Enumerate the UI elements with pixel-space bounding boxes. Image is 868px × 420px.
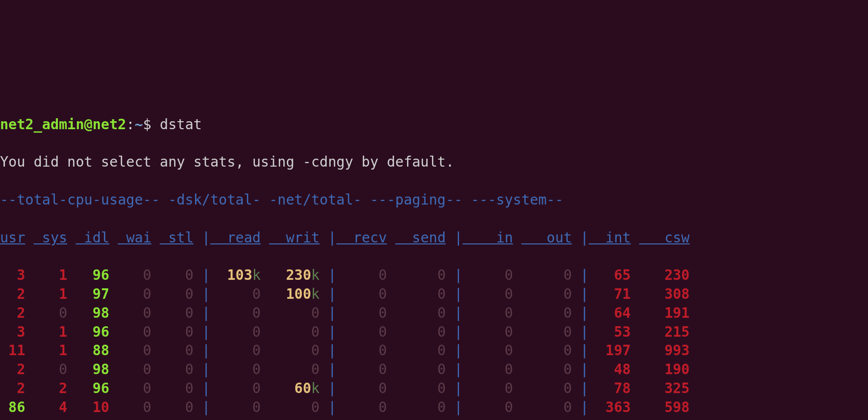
cell-sys: 0: [33, 361, 67, 378]
section-header: --total-cpu-usage-- -dsk/total- -net/tot…: [0, 191, 868, 210]
cell-int: 65: [589, 267, 631, 283]
cell-idl: 98: [76, 305, 109, 321]
separator: |: [580, 229, 589, 246]
cell-csw: 1336: [639, 418, 689, 420]
cell-csw: 191: [639, 305, 689, 321]
table-row: 2 0 98 0 0 | 0 0 | 0 0 | 0 0 | 64 191: [0, 304, 868, 323]
separator: |: [580, 380, 589, 397]
separator: |: [580, 324, 589, 340]
col-send: send: [395, 229, 445, 246]
separator: |: [202, 286, 211, 302]
cell-writ: 0: [269, 361, 320, 378]
cell-writ: 0: [269, 399, 320, 416]
cell-sys: 1: [33, 342, 67, 359]
cell-writ: 60: [269, 380, 311, 397]
column-header: usr sys idl wai stl | read writ | recv s…: [0, 228, 868, 247]
separator: |: [454, 229, 462, 246]
cell-sys: 0: [33, 305, 67, 321]
cell-recv: 0: [336, 305, 387, 321]
table-row: 86 14 0 0 0 | 0 76k | 0 0 | 0 0 | 429 13…: [0, 417, 868, 420]
cell-stl: 0: [160, 399, 193, 416]
cell-idl: 96: [76, 380, 109, 397]
separator: |: [202, 361, 211, 378]
separator: |: [202, 267, 211, 283]
cell-send: 0: [395, 286, 445, 302]
cell-send: 0: [395, 305, 445, 321]
cell-writ: 0: [269, 324, 320, 340]
cell-recv: 0: [336, 380, 387, 397]
cell-out: 0: [521, 342, 572, 359]
cell-in: 0: [462, 286, 513, 302]
cell-read: 103: [210, 267, 252, 283]
col-writ: writ: [269, 229, 320, 246]
cell-int: 78: [589, 380, 631, 397]
cell-usr: 11: [0, 342, 25, 359]
cell-wai: 0: [118, 305, 151, 321]
cell-wai: 0: [118, 361, 151, 378]
section-net: -net/total-: [269, 192, 361, 208]
cell-in: 0: [462, 418, 513, 420]
cell-writ: 0: [269, 305, 320, 321]
separator: |: [202, 399, 211, 416]
cell-recv: 0: [336, 361, 387, 378]
prompt-path: ~: [135, 116, 143, 133]
cell-sys: 14: [33, 418, 67, 420]
cell-in: 0: [462, 342, 513, 359]
separator: |: [202, 229, 211, 246]
table-row: 2 0 98 0 0 | 0 0 | 0 0 | 0 0 | 48 190: [0, 360, 868, 379]
cell-idl: 96: [76, 324, 109, 340]
cell-int: 71: [589, 286, 631, 302]
unit: k: [311, 380, 320, 397]
cell-recv: 0: [336, 324, 387, 340]
terminal[interactable]: net2_admin@net2:~$ dstat You did not sel…: [0, 94, 868, 420]
prompt-line: net2_admin@net2:~$ dstat: [0, 115, 868, 134]
col-int: int: [589, 229, 631, 246]
cell-recv: 0: [336, 286, 387, 302]
cell-recv: 0: [336, 418, 387, 420]
cell-in: 0: [462, 380, 513, 397]
col-recv: recv: [336, 229, 387, 246]
prompt-dollar: $: [143, 116, 152, 133]
separator: |: [328, 267, 337, 283]
cell-idl: 10: [76, 399, 109, 416]
table-row: 11 1 88 0 0 | 0 0 | 0 0 | 0 0 | 197 993: [0, 341, 868, 360]
section-system: ---system--: [471, 192, 563, 208]
unit: k: [252, 267, 261, 283]
cell-out: 0: [521, 418, 572, 420]
col-stl: stl: [160, 229, 193, 246]
cell-out: 0: [521, 286, 572, 302]
cell-stl: 0: [160, 324, 193, 340]
cell-csw: 215: [639, 324, 689, 340]
cell-csw: 308: [639, 286, 689, 302]
cell-read: 0: [210, 399, 260, 416]
cell-usr: 2: [0, 361, 25, 378]
col-out: out: [521, 229, 572, 246]
cell-send: 0: [395, 399, 445, 416]
cell-read: 0: [210, 286, 260, 302]
cell-send: 0: [395, 380, 445, 397]
cell-usr: 2: [0, 305, 25, 321]
cell-send: 0: [395, 324, 445, 340]
separator: |: [454, 380, 462, 397]
cell-int: 363: [589, 399, 631, 416]
prompt-colon: :: [126, 116, 135, 133]
cell-usr: 86: [0, 418, 25, 420]
cell-csw: 230: [639, 267, 689, 283]
cell-out: 0: [521, 399, 572, 416]
cell-read: 0: [210, 361, 260, 378]
separator: |: [202, 418, 211, 420]
separator: |: [202, 380, 211, 397]
cell-wai: 0: [118, 286, 151, 302]
prompt-at: @: [84, 116, 93, 133]
cell-out: 0: [521, 380, 572, 397]
command: dstat: [160, 116, 202, 133]
separator: |: [580, 399, 589, 416]
separator: |: [328, 324, 337, 340]
separator: |: [328, 286, 337, 302]
cell-stl: 0: [160, 286, 193, 302]
cell-read: 0: [210, 324, 260, 340]
cell-writ: 100: [269, 286, 311, 302]
table-row: 2 2 96 0 0 | 0 60k | 0 0 | 0 0 | 78 325: [0, 379, 868, 398]
cell-wai: 0: [118, 267, 151, 283]
separator: |: [580, 361, 589, 378]
